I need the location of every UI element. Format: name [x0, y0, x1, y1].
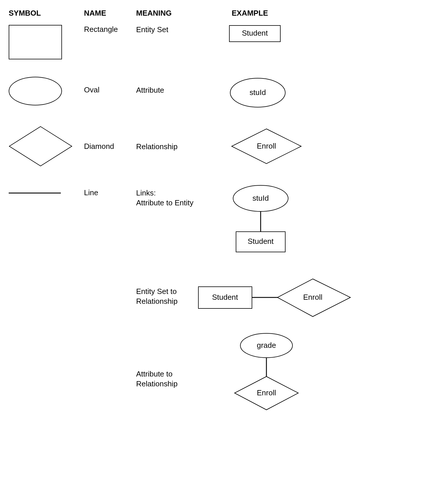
rectangle-symbol-icon — [9, 25, 62, 59]
oval-example-label: stuId — [250, 88, 266, 97]
diamond-example-icon: Enroll — [229, 126, 304, 167]
entity-to-relationship-meaning-line1: Entity Set to — [136, 287, 177, 296]
line-example-attr-entity-icon: stuId Student — [229, 184, 292, 259]
line-example-top-label: stuId — [253, 194, 269, 202]
oval-example-icon: stuId — [229, 77, 287, 109]
row-entity-to-relationship: Entity Set to Relationship Student Enrol… — [6, 277, 448, 320]
oval-meaning: Attribute — [136, 77, 229, 95]
rectangle-meaning: Entity Set — [136, 25, 229, 35]
line-meaning-line1: Links: — [136, 189, 156, 197]
entity-to-relationship-right-label: Enroll — [303, 293, 322, 301]
header-symbol: SYMBOL — [9, 9, 84, 18]
row-diamond: Diamond Relationship Enroll — [6, 126, 448, 167]
row-line: Line Links: Attribute to Entity stuId St… — [6, 184, 448, 259]
attr-to-relationship-meaning: Attribute to Relationship — [136, 332, 229, 389]
attr-to-relationship-bottom-label: Enroll — [257, 388, 276, 397]
row-rectangle: Rectangle Entity Set Student — [6, 25, 448, 59]
attr-to-relationship-top-label: grade — [257, 341, 276, 350]
entity-to-relationship-example-icon: Student Enroll — [197, 277, 353, 320]
line-meaning: Links: Attribute to Entity — [136, 184, 229, 208]
line-meaning-line2: Attribute to Entity — [136, 198, 193, 207]
attr-to-relationship-meaning-line2: Relationship — [136, 379, 178, 388]
entity-to-relationship-left-label: Student — [212, 293, 238, 301]
rectangle-name: Rectangle — [84, 25, 136, 34]
line-symbol-icon — [9, 193, 61, 193]
er-symbols-table: SYMBOL NAME MEANING EXAMPLE Rectangle En… — [6, 6, 448, 413]
diamond-meaning: Relationship — [136, 126, 229, 152]
line-name: Line — [84, 184, 136, 197]
line-example-bottom-label: Student — [248, 237, 274, 246]
svg-marker-2 — [9, 127, 72, 166]
diamond-example-label: Enroll — [257, 142, 276, 150]
header-example: EXAMPLE — [232, 9, 268, 18]
header-name: NAME — [84, 9, 136, 18]
rectangle-example-label: Student — [242, 29, 268, 37]
oval-symbol-icon — [9, 77, 62, 105]
attr-to-relationship-example-icon: grade Enroll — [229, 332, 304, 413]
attr-to-relationship-meaning-line1: Attribute to — [136, 370, 173, 378]
table-header: SYMBOL NAME MEANING EXAMPLE — [6, 6, 448, 21]
row-oval: Oval Attribute stuId — [6, 77, 448, 109]
diamond-name: Diamond — [84, 126, 136, 151]
row-attr-to-relationship: Attribute to Relationship grade Enroll — [6, 332, 448, 413]
diamond-symbol-icon — [9, 126, 72, 167]
oval-name: Oval — [84, 77, 136, 94]
header-meaning: MEANING — [136, 9, 229, 18]
entity-to-relationship-meaning-line2: Relationship — [136, 297, 178, 306]
rectangle-example-icon: Student — [229, 25, 281, 42]
